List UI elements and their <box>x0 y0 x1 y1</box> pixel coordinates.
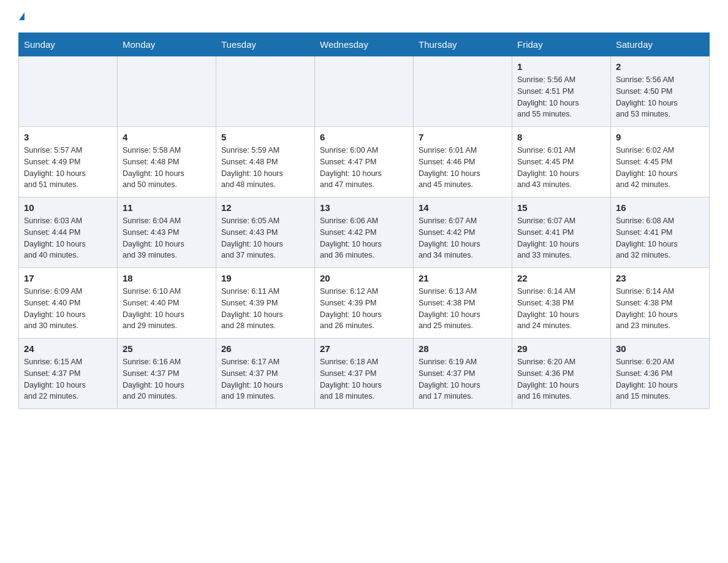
logo-triangle-icon <box>19 12 25 20</box>
calendar-cell: 3Sunrise: 5:57 AM Sunset: 4:49 PM Daylig… <box>19 127 118 197</box>
day-info: Sunrise: 6:14 AM Sunset: 4:38 PM Dayligh… <box>517 286 605 332</box>
calendar-cell: 8Sunrise: 6:01 AM Sunset: 4:45 PM Daylig… <box>512 127 611 197</box>
day-info: Sunrise: 6:15 AM Sunset: 4:37 PM Dayligh… <box>24 356 112 402</box>
day-info: Sunrise: 6:06 AM Sunset: 4:42 PM Dayligh… <box>320 215 408 261</box>
day-number: 15 <box>517 202 605 213</box>
logo <box>18 12 25 21</box>
day-info: Sunrise: 6:00 AM Sunset: 4:47 PM Dayligh… <box>320 145 408 191</box>
calendar-cell: 30Sunrise: 6:20 AM Sunset: 4:36 PM Dayli… <box>611 339 710 409</box>
day-info: Sunrise: 6:16 AM Sunset: 4:37 PM Dayligh… <box>123 356 211 402</box>
calendar-week-row: 3Sunrise: 5:57 AM Sunset: 4:49 PM Daylig… <box>19 127 710 197</box>
day-number: 29 <box>517 343 605 354</box>
calendar-cell: 7Sunrise: 6:01 AM Sunset: 4:46 PM Daylig… <box>414 127 512 197</box>
calendar-cell: 20Sunrise: 6:12 AM Sunset: 4:39 PM Dayli… <box>315 268 414 339</box>
day-info: Sunrise: 6:18 AM Sunset: 4:37 PM Dayligh… <box>320 356 408 402</box>
calendar-cell: 19Sunrise: 6:11 AM Sunset: 4:39 PM Dayli… <box>216 268 315 339</box>
day-number: 14 <box>419 202 507 213</box>
day-number: 3 <box>24 132 112 142</box>
calendar-cell: 25Sunrise: 6:16 AM Sunset: 4:37 PM Dayli… <box>118 339 216 409</box>
day-number: 11 <box>123 202 211 213</box>
day-number: 12 <box>221 202 309 213</box>
day-number: 13 <box>320 202 408 213</box>
calendar-cell: 18Sunrise: 6:10 AM Sunset: 4:40 PM Dayli… <box>118 268 216 339</box>
calendar-cell <box>118 56 216 127</box>
day-info: Sunrise: 6:11 AM Sunset: 4:39 PM Dayligh… <box>221 286 309 332</box>
day-info: Sunrise: 6:12 AM Sunset: 4:39 PM Dayligh… <box>320 286 408 332</box>
day-info: Sunrise: 6:01 AM Sunset: 4:46 PM Dayligh… <box>419 145 507 191</box>
calendar-header-monday: Monday <box>118 33 216 56</box>
day-number: 5 <box>221 132 309 142</box>
day-number: 18 <box>123 273 211 283</box>
calendar-week-row: 17Sunrise: 6:09 AM Sunset: 4:40 PM Dayli… <box>19 268 710 339</box>
day-number: 30 <box>616 343 704 354</box>
calendar-week-row: 24Sunrise: 6:15 AM Sunset: 4:37 PM Dayli… <box>19 339 710 409</box>
day-number: 23 <box>616 273 704 283</box>
calendar-cell: 11Sunrise: 6:04 AM Sunset: 4:43 PM Dayli… <box>118 197 216 268</box>
day-info: Sunrise: 6:09 AM Sunset: 4:40 PM Dayligh… <box>24 286 112 332</box>
calendar-cell <box>216 56 315 127</box>
calendar-cell: 13Sunrise: 6:06 AM Sunset: 4:42 PM Dayli… <box>315 197 414 268</box>
calendar-header-sunday: Sunday <box>19 33 118 56</box>
calendar-cell: 4Sunrise: 5:58 AM Sunset: 4:48 PM Daylig… <box>118 127 216 197</box>
calendar-cell: 17Sunrise: 6:09 AM Sunset: 4:40 PM Dayli… <box>19 268 118 339</box>
day-number: 26 <box>221 343 309 354</box>
calendar-cell: 22Sunrise: 6:14 AM Sunset: 4:38 PM Dayli… <box>512 268 611 339</box>
day-number: 8 <box>517 132 605 142</box>
calendar-header-friday: Friday <box>512 33 611 56</box>
day-number: 21 <box>419 273 507 283</box>
calendar-cell: 2Sunrise: 5:56 AM Sunset: 4:50 PM Daylig… <box>611 56 710 127</box>
calendar-cell: 1Sunrise: 5:56 AM Sunset: 4:51 PM Daylig… <box>512 56 611 127</box>
calendar-table: SundayMondayTuesdayWednesdayThursdayFrid… <box>18 33 710 409</box>
day-number: 25 <box>123 343 211 354</box>
calendar-cell <box>19 56 118 127</box>
day-number: 16 <box>616 202 704 213</box>
day-number: 24 <box>24 343 112 354</box>
day-info: Sunrise: 6:01 AM Sunset: 4:45 PM Dayligh… <box>517 145 605 191</box>
day-info: Sunrise: 5:56 AM Sunset: 4:51 PM Dayligh… <box>517 74 605 120</box>
calendar-cell: 27Sunrise: 6:18 AM Sunset: 4:37 PM Dayli… <box>315 339 414 409</box>
page-header <box>18 12 710 21</box>
calendar-cell: 29Sunrise: 6:20 AM Sunset: 4:36 PM Dayli… <box>512 339 611 409</box>
day-info: Sunrise: 6:08 AM Sunset: 4:41 PM Dayligh… <box>616 215 704 261</box>
day-number: 17 <box>24 273 112 283</box>
day-number: 20 <box>320 273 408 283</box>
day-info: Sunrise: 6:07 AM Sunset: 4:41 PM Dayligh… <box>517 215 605 261</box>
day-info: Sunrise: 6:03 AM Sunset: 4:44 PM Dayligh… <box>24 215 112 261</box>
day-info: Sunrise: 5:59 AM Sunset: 4:48 PM Dayligh… <box>221 145 309 191</box>
day-number: 27 <box>320 343 408 354</box>
calendar-cell: 23Sunrise: 6:14 AM Sunset: 4:38 PM Dayli… <box>611 268 710 339</box>
calendar-cell: 12Sunrise: 6:05 AM Sunset: 4:43 PM Dayli… <box>216 197 315 268</box>
day-info: Sunrise: 6:10 AM Sunset: 4:40 PM Dayligh… <box>123 286 211 332</box>
day-info: Sunrise: 6:05 AM Sunset: 4:43 PM Dayligh… <box>221 215 309 261</box>
calendar-cell: 10Sunrise: 6:03 AM Sunset: 4:44 PM Dayli… <box>19 197 118 268</box>
calendar-week-row: 10Sunrise: 6:03 AM Sunset: 4:44 PM Dayli… <box>19 197 710 268</box>
day-number: 9 <box>616 132 704 142</box>
day-info: Sunrise: 5:57 AM Sunset: 4:49 PM Dayligh… <box>24 145 112 191</box>
day-number: 1 <box>517 61 605 72</box>
day-info: Sunrise: 6:04 AM Sunset: 4:43 PM Dayligh… <box>123 215 211 261</box>
day-info: Sunrise: 6:14 AM Sunset: 4:38 PM Dayligh… <box>616 286 704 332</box>
day-number: 19 <box>221 273 309 283</box>
calendar-cell: 26Sunrise: 6:17 AM Sunset: 4:37 PM Dayli… <box>216 339 315 409</box>
calendar-cell <box>315 56 414 127</box>
calendar-cell: 16Sunrise: 6:08 AM Sunset: 4:41 PM Dayli… <box>611 197 710 268</box>
day-number: 6 <box>320 132 408 142</box>
day-info: Sunrise: 6:02 AM Sunset: 4:45 PM Dayligh… <box>616 145 704 191</box>
day-info: Sunrise: 6:13 AM Sunset: 4:38 PM Dayligh… <box>419 286 507 332</box>
calendar-cell: 9Sunrise: 6:02 AM Sunset: 4:45 PM Daylig… <box>611 127 710 197</box>
day-info: Sunrise: 6:07 AM Sunset: 4:42 PM Dayligh… <box>419 215 507 261</box>
calendar-header-tuesday: Tuesday <box>216 33 315 56</box>
day-number: 22 <box>517 273 605 283</box>
calendar-header-saturday: Saturday <box>611 33 710 56</box>
calendar-header-wednesday: Wednesday <box>315 33 414 56</box>
day-number: 7 <box>419 132 507 142</box>
calendar-header-thursday: Thursday <box>414 33 512 56</box>
day-number: 28 <box>419 343 507 354</box>
calendar-cell: 21Sunrise: 6:13 AM Sunset: 4:38 PM Dayli… <box>414 268 512 339</box>
day-info: Sunrise: 6:20 AM Sunset: 4:36 PM Dayligh… <box>616 356 704 402</box>
calendar-cell <box>414 56 512 127</box>
calendar-cell: 5Sunrise: 5:59 AM Sunset: 4:48 PM Daylig… <box>216 127 315 197</box>
day-number: 4 <box>123 132 211 142</box>
calendar-cell: 24Sunrise: 6:15 AM Sunset: 4:37 PM Dayli… <box>19 339 118 409</box>
day-number: 2 <box>616 61 704 72</box>
